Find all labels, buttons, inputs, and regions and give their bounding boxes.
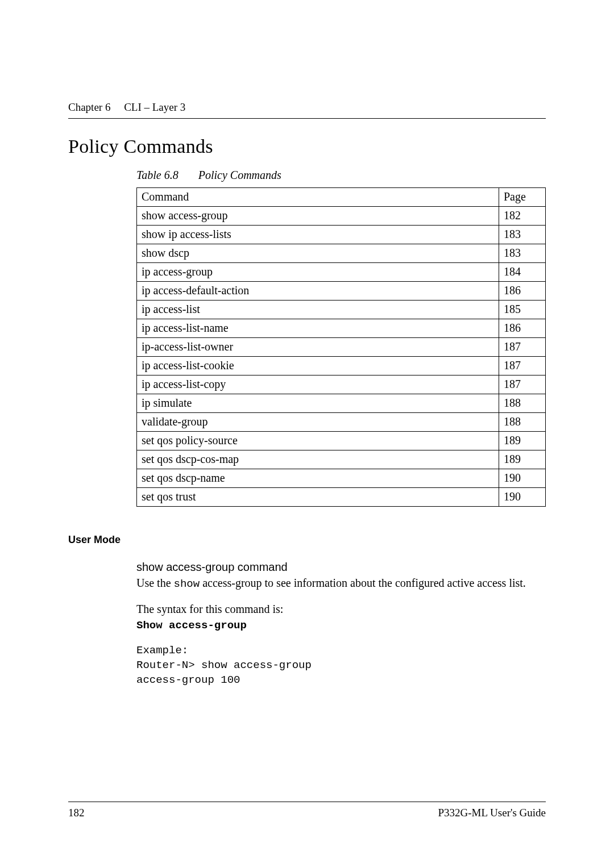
cmd-cell: ip access-list [137,301,499,319]
page-cell: 189 [499,432,546,450]
desc-post: access-group to see information about th… [200,577,526,589]
table-row: show access-group182 [137,207,546,226]
table-row: ip access-list-name186 [137,319,546,338]
cmd-cell: set qos trust [137,488,499,507]
page-cell: 187 [499,338,546,357]
page-cell: 184 [499,263,546,282]
table-number: Table 6.8 [136,169,179,181]
table-row: set qos dscp-name190 [137,469,546,488]
page-cell: 182 [499,207,546,226]
subsection-show-access-group: show access-group command [136,561,546,574]
col-command-header: Command [137,188,499,207]
table-row: ip simulate188 [137,394,546,413]
table-row: ip access-group184 [137,263,546,282]
cmd-cell: show dscp [137,244,499,263]
example-line: access-group 100 [136,674,546,686]
header-rule [68,118,546,119]
page-number: 182 [68,807,85,819]
page-cell: 188 [499,413,546,432]
cmd-cell: set qos dscp-cos-map [137,450,499,469]
page-cell: 183 [499,244,546,263]
cmd-cell: show access-group [137,207,499,226]
page-cell: 186 [499,319,546,338]
table-row: set qos dscp-cos-map189 [137,450,546,469]
page-cell: 188 [499,394,546,413]
cmd-cell: show ip access-lists [137,226,499,244]
table-caption: Table 6.8 Policy Commands [136,169,546,182]
table-row: show ip access-lists183 [137,226,546,244]
commands-table: Command Page show access-group182 show i… [136,187,546,507]
cmd-cell: ip-access-list-owner [137,338,499,357]
description-paragraph: Use the show access-group to see informa… [136,576,546,591]
cmd-cell: ip access-list-cookie [137,357,499,375]
page-cell: 183 [499,226,546,244]
cmd-cell: ip access-default-action [137,282,499,301]
page-cell: 189 [499,450,546,469]
cmd-cell: ip access-list-copy [137,375,499,394]
table-row: ip access-list185 [137,301,546,319]
chapter-number: Chapter 6 [68,101,110,113]
desc-code: show [174,578,200,590]
cmd-cell: ip access-group [137,263,499,282]
cmd-cell: set qos policy-source [137,432,499,450]
page-cell: 186 [499,282,546,301]
example-label: Example: [136,644,546,657]
table-row: show dscp183 [137,244,546,263]
page-cell: 185 [499,301,546,319]
syntax-intro: The syntax for this command is: [136,602,546,617]
syntax-command: Show access-group [136,619,546,632]
table-row: validate-group188 [137,413,546,432]
table-row: ip access-default-action186 [137,282,546,301]
page-cell: 187 [499,375,546,394]
page: Chapter 6 CLI – Layer 3 Policy Commands … [0,0,614,868]
table-row: set qos policy-source189 [137,432,546,450]
running-head: Chapter 6 CLI – Layer 3 [68,101,546,114]
footer-rule [68,802,546,802]
table-row: ip access-list-copy187 [137,375,546,394]
page-cell: 187 [499,357,546,375]
page-footer: 182 P332G-ML User's Guide [68,802,546,819]
cmd-cell: ip access-list-name [137,319,499,338]
page-heading: Policy Commands [68,136,546,157]
section-user-mode: User Mode [68,534,546,546]
table-row: set qos trust190 [137,488,546,507]
table-header-row: Command Page [137,188,546,207]
col-page-header: Page [499,188,546,207]
table-title: Policy Commands [198,169,281,181]
page-cell: 190 [499,488,546,507]
cmd-cell: ip simulate [137,394,499,413]
chapter-title: CLI – Layer 3 [124,101,185,113]
table-row: ip-access-list-owner187 [137,338,546,357]
page-cell: 190 [499,469,546,488]
example-line: Router-N> show access-group [136,659,546,671]
cmd-cell: validate-group [137,413,499,432]
guide-title: P332G-ML User's Guide [438,807,546,819]
table-row: ip access-list-cookie187 [137,357,546,375]
desc-pre: Use the [136,577,174,589]
cmd-cell: set qos dscp-name [137,469,499,488]
